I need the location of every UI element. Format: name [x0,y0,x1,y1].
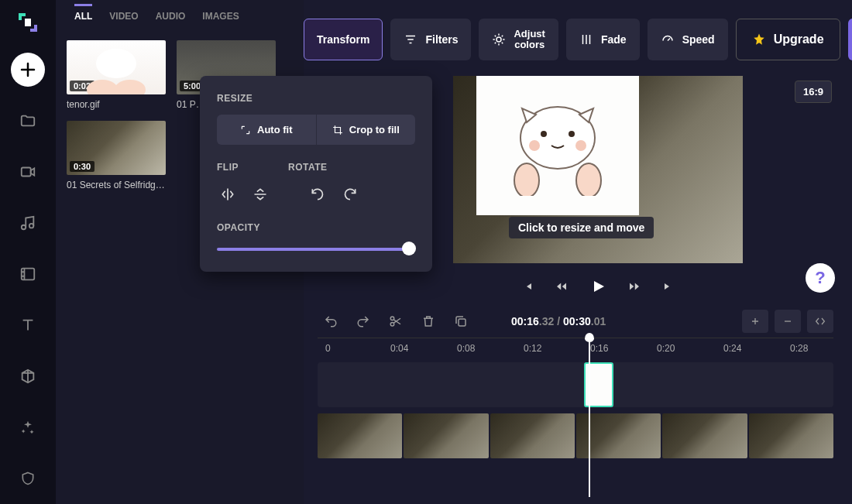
opacity-heading: OPACITY [217,222,415,233]
auto-fit-button[interactable]: Auto fit [217,115,317,145]
timeline-toolbar: 00:16.32 / 00:30.01 [318,308,833,334]
flip-rotate-headings: FLIP ROTATE [217,162,415,173]
zoom-out-button[interactable] [775,310,801,333]
auto-fit-label: Auto fit [257,124,292,135]
adjust-colors-button[interactable]: Adjustcolors [479,19,558,60]
svg-point-8 [569,131,575,137]
video-track[interactable] [318,413,833,458]
app-logo [15,9,41,36]
rotate-left-button[interactable] [307,183,328,205]
split-button[interactable] [383,310,409,333]
preview-gif-clip[interactable] [476,76,639,215]
current-time-frac: .32 [539,315,554,327]
ruler-tick: 0:24 [723,343,741,354]
video-clip-segment[interactable] [490,413,575,458]
music-icon[interactable] [11,206,45,240]
forward-button[interactable] [627,279,641,293]
svg-point-10 [575,140,586,151]
media-tab-images[interactable]: IMAGES [202,11,239,26]
aspect-ratio-button[interactable]: 16:9 [795,81,832,103]
speed-button[interactable]: Speed [648,19,728,60]
skip-start-button[interactable] [522,280,534,293]
play-button[interactable] [589,277,607,296]
svg-point-12 [576,163,601,196]
zoom-in-button[interactable] [742,310,768,333]
left-rail [0,0,56,504]
ruler-tick: 0:08 [457,343,475,354]
svg-point-13 [390,317,394,321]
preview-tooltip: Click to resize and move [509,217,654,238]
adjust-icon [492,33,506,46]
svg-point-2 [22,225,26,230]
media-tab-all[interactable]: ALL [74,4,92,26]
export-button[interactable]: Export [848,19,852,60]
timeline-ruler[interactable]: 0 0:04 0:08 0:12 0:16 0:20 0:24 0:28 [318,338,833,358]
zoom-fit-button[interactable] [807,310,833,333]
shield-icon[interactable] [11,461,45,495]
ruler-tick: 0:04 [390,343,408,354]
ruler-tick: 0:28 [790,343,808,354]
ruler-tick: 0:16 [590,343,608,354]
media-tabs: ALL VIDEO AUDIO IMAGES [67,11,293,26]
speed-icon [661,33,675,46]
star-icon [752,33,766,46]
add-media-button[interactable] [11,53,45,87]
speed-label: Speed [682,33,715,46]
media-tab-audio[interactable]: AUDIO [156,11,186,26]
record-icon[interactable] [11,155,45,189]
media-item[interactable]: 0:02 tenor.gif [67,40,166,110]
media-filename: tenor.gif [67,99,166,110]
graphics-icon[interactable] [11,359,45,393]
upgrade-label: Upgrade [774,33,824,46]
skip-end-button[interactable] [661,280,674,293]
playhead[interactable] [589,334,590,497]
transform-popover: RESIZE Auto fit Crop to fill FLIP ROTATE… [200,76,432,272]
rotate-right-button[interactable] [339,183,361,205]
rewind-button[interactable] [555,279,569,293]
upgrade-button[interactable]: Upgrade [736,19,840,60]
text-icon[interactable] [11,308,45,342]
effects-icon[interactable] [11,410,45,444]
flip-horizontal-button[interactable] [217,183,239,205]
video-clip-segment[interactable] [749,413,833,458]
rotate-heading: ROTATE [288,162,328,173]
flip-rotate-icons [217,183,415,205]
help-button[interactable]: ? [806,263,835,293]
svg-point-9 [529,140,540,151]
slider-track [217,248,415,251]
media-tab-video[interactable]: VIDEO [109,11,138,26]
svg-rect-15 [459,319,466,326]
undo-button[interactable] [318,310,344,333]
fade-button[interactable]: Fade [566,19,640,60]
template-icon[interactable] [11,257,45,291]
transform-button[interactable]: Transform [304,19,383,60]
svg-point-5 [496,37,501,42]
svg-point-3 [29,224,34,228]
video-clip-segment[interactable] [404,413,488,458]
overlay-track[interactable] [318,362,833,407]
media-item[interactable]: 0:30 01 Secrets of Selfridges… [67,121,166,190]
fade-label: Fade [601,33,627,46]
crop-to-fill-button[interactable]: Crop to fill [317,115,416,145]
redo-button[interactable] [350,310,376,333]
ruler-tick: 0:20 [657,343,675,354]
filters-button[interactable]: Filters [390,19,471,60]
flip-heading: FLIP [217,162,239,173]
total-time: 00:30 [563,315,591,327]
svg-point-7 [541,131,547,137]
video-clip-segment[interactable] [662,413,747,458]
flip-vertical-button[interactable] [249,183,271,205]
delete-button[interactable] [415,310,441,333]
duplicate-button[interactable] [448,310,474,333]
svg-rect-1 [22,168,31,177]
ruler-tick: 0:12 [524,343,541,354]
folder-icon[interactable] [11,104,45,138]
opacity-slider[interactable] [217,244,415,255]
media-filename: 01 Secrets of Selfridges… [67,180,166,190]
slider-thumb[interactable] [402,242,416,255]
crop-icon [332,125,343,135]
media-duration: 0:02 [70,81,94,91]
fade-icon [579,33,593,46]
svg-point-11 [514,163,539,196]
video-clip-segment[interactable] [318,413,402,458]
